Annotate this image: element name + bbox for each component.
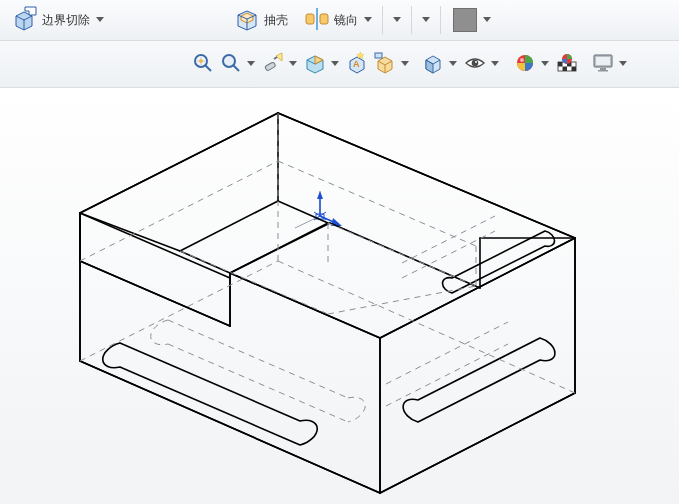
view-toolbar: A bbox=[0, 41, 679, 88]
svg-marker-33 bbox=[401, 61, 409, 66]
visibility-dropdown[interactable] bbox=[490, 61, 500, 67]
svg-point-41 bbox=[520, 58, 524, 62]
svg-rect-20 bbox=[265, 61, 276, 70]
material-swatch-button[interactable] bbox=[451, 4, 481, 36]
cmd-group-swatch bbox=[447, 2, 495, 38]
section-view-dropdown[interactable] bbox=[330, 61, 340, 67]
swatch-dropdown[interactable] bbox=[483, 4, 491, 36]
cmd-group-empty-2 bbox=[418, 2, 434, 38]
svg-rect-8 bbox=[306, 14, 314, 24]
svg-marker-42 bbox=[541, 61, 549, 66]
zoom-window-button[interactable] bbox=[218, 51, 244, 77]
right-upper-slot-edge bbox=[442, 231, 554, 293]
orient-dropdown[interactable] bbox=[400, 61, 410, 67]
scene-checker-icon bbox=[556, 52, 578, 77]
svg-rect-50 bbox=[596, 57, 610, 65]
svg-marker-36 bbox=[449, 61, 457, 66]
svg-rect-52 bbox=[598, 70, 608, 72]
svg-marker-53 bbox=[619, 61, 627, 66]
appearance-dropdown[interactable] bbox=[540, 61, 550, 67]
separator bbox=[382, 6, 383, 34]
eye-icon bbox=[464, 52, 486, 77]
command-bar: 边界切除 抽壳 bbox=[0, 0, 679, 41]
svg-marker-13 bbox=[483, 17, 491, 22]
svg-marker-19 bbox=[247, 61, 255, 66]
display-dropdown[interactable] bbox=[618, 61, 628, 67]
svg-marker-11 bbox=[393, 17, 401, 22]
separator bbox=[411, 6, 412, 34]
svg-point-37 bbox=[472, 59, 479, 66]
svg-marker-23 bbox=[289, 61, 297, 66]
boundary-cut-dropdown[interactable] bbox=[96, 4, 104, 36]
zoom-window-dropdown[interactable] bbox=[246, 61, 256, 67]
magnifier-icon bbox=[220, 52, 242, 77]
cmd-group-shell: 抽壳 bbox=[228, 2, 298, 38]
svg-line-18 bbox=[233, 65, 239, 71]
display-button[interactable] bbox=[590, 51, 616, 77]
shade-button[interactable] bbox=[420, 51, 446, 77]
mirror-dropdown[interactable] bbox=[364, 4, 372, 36]
cmd-group-boundary-cut: 边界切除 bbox=[6, 2, 108, 38]
svg-rect-9 bbox=[320, 14, 328, 24]
left-slot-edge bbox=[103, 343, 318, 445]
origin-triad-icon bbox=[295, 191, 342, 228]
svg-rect-7 bbox=[316, 8, 318, 30]
section-view-button[interactable] bbox=[302, 51, 328, 77]
fx-cube-icon: A bbox=[346, 52, 368, 77]
shade-cube-icon bbox=[422, 52, 444, 77]
flashlight-dropdown[interactable] bbox=[288, 61, 298, 67]
svg-line-15 bbox=[205, 65, 211, 71]
model-visible-edges bbox=[80, 113, 575, 493]
shade-dropdown[interactable] bbox=[448, 61, 458, 67]
mirror-button[interactable]: 镜向 bbox=[302, 4, 362, 36]
model-drawing: .edge { stroke:#000; stroke-width:1.6; f… bbox=[0, 88, 679, 504]
svg-rect-32 bbox=[375, 53, 382, 58]
boundary-cut-label: 边界切除 bbox=[42, 12, 90, 29]
model-viewport[interactable]: .edge { stroke:#000; stroke-width:1.6; f… bbox=[0, 88, 679, 504]
cube-cut-icon bbox=[12, 6, 38, 35]
svg-rect-47 bbox=[572, 66, 577, 71]
flashlight-icon bbox=[262, 52, 284, 77]
empty-dropdown-2[interactable] bbox=[422, 4, 430, 36]
boundary-cut-button[interactable]: 边界切除 bbox=[10, 4, 94, 36]
separator bbox=[440, 6, 441, 34]
mirror-label: 镜向 bbox=[334, 12, 358, 29]
section-cube-icon bbox=[304, 52, 326, 77]
model-visible-edges-2 bbox=[80, 113, 575, 493]
svg-marker-12 bbox=[422, 17, 430, 22]
flashlight-button[interactable] bbox=[260, 51, 286, 77]
empty-dropdown-1[interactable] bbox=[393, 4, 401, 36]
svg-marker-10 bbox=[364, 17, 372, 22]
cube-shell-icon bbox=[234, 6, 260, 35]
svg-rect-51 bbox=[600, 68, 606, 70]
svg-point-38 bbox=[475, 61, 477, 63]
svg-text:A: A bbox=[353, 59, 360, 69]
shell-label: 抽壳 bbox=[264, 12, 288, 29]
svg-rect-46 bbox=[563, 66, 568, 71]
fx-button[interactable]: A bbox=[344, 51, 370, 77]
cmd-group-mirror: 镜向 bbox=[298, 2, 376, 38]
palette-ball-icon bbox=[514, 52, 536, 77]
zoom-fit-icon bbox=[192, 52, 214, 77]
material-swatch-icon bbox=[453, 8, 477, 32]
monitor-icon bbox=[592, 52, 614, 77]
svg-marker-39 bbox=[491, 61, 499, 66]
svg-marker-3 bbox=[96, 17, 104, 22]
zoom-fit-button[interactable] bbox=[190, 51, 216, 77]
svg-rect-44 bbox=[558, 62, 563, 67]
orient-button[interactable] bbox=[372, 51, 398, 77]
shell-button[interactable]: 抽壳 bbox=[232, 4, 292, 36]
mirror-plane-icon bbox=[304, 6, 330, 35]
svg-point-16 bbox=[199, 59, 203, 63]
visibility-button[interactable] bbox=[462, 51, 488, 77]
svg-line-22 bbox=[274, 57, 277, 59]
orient-cube-icon bbox=[374, 52, 396, 77]
svg-marker-26 bbox=[331, 61, 339, 66]
cmd-group-empty-1 bbox=[389, 2, 405, 38]
appearance-button[interactable] bbox=[512, 51, 538, 77]
svg-marker-57 bbox=[317, 191, 323, 199]
scene-button[interactable] bbox=[554, 51, 580, 77]
app-window: 边界切除 抽壳 bbox=[0, 0, 679, 504]
